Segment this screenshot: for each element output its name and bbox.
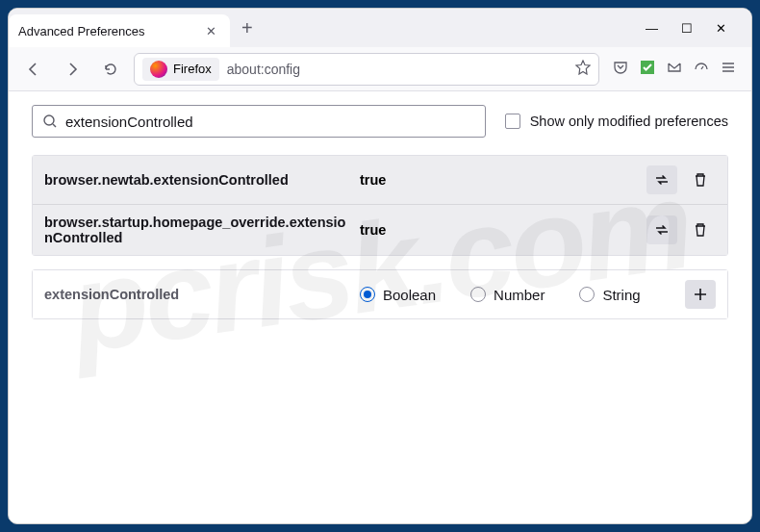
- firefox-icon: [150, 61, 167, 78]
- radio-label: Number: [494, 287, 545, 303]
- menu-icon[interactable]: [721, 60, 736, 79]
- url-text: about:config: [227, 62, 568, 77]
- search-icon: [42, 114, 58, 129]
- inbox-icon[interactable]: [667, 60, 682, 79]
- new-pref-row: extensionControlled Boolean Number Strin…: [32, 269, 728, 319]
- close-icon[interactable]: ✕: [202, 20, 220, 42]
- delete-button[interactable]: [685, 165, 716, 194]
- about-config-content: Show only modified preferences browser.n…: [9, 91, 751, 333]
- toolbar-extras: [607, 60, 742, 79]
- reload-button[interactable]: [95, 54, 126, 85]
- checkbox-label-text: Show only modified preferences: [530, 114, 728, 129]
- radio-boolean[interactable]: Boolean: [360, 287, 436, 303]
- plus-icon: [693, 287, 708, 302]
- radio-string[interactable]: String: [579, 287, 640, 303]
- tab-title: Advanced Preferences: [18, 24, 202, 38]
- toggle-button[interactable]: [646, 215, 677, 244]
- pref-row[interactable]: browser.startup.homepage_override.extens…: [33, 204, 727, 255]
- radio-icon: [360, 287, 375, 302]
- radio-label: Boolean: [383, 287, 436, 303]
- type-radio-group: Boolean Number String: [360, 287, 677, 303]
- titlebar: Advanced Preferences ✕ + — ☐ ✕: [9, 9, 751, 47]
- new-pref-name: extensionControlled: [44, 287, 352, 302]
- bookmark-star-icon[interactable]: [575, 60, 591, 79]
- svg-point-1: [44, 115, 54, 125]
- pref-name: browser.startup.homepage_override.extens…: [44, 215, 352, 245]
- toggle-icon: [654, 222, 670, 238]
- search-box[interactable]: [32, 105, 486, 138]
- radio-label: String: [602, 287, 640, 303]
- minimize-button[interactable]: —: [646, 21, 658, 36]
- search-row: Show only modified preferences: [32, 105, 728, 138]
- maximize-button[interactable]: ☐: [681, 21, 693, 36]
- search-input[interactable]: [65, 114, 475, 130]
- window-controls: — ☐ ✕: [646, 21, 744, 36]
- show-modified-checkbox[interactable]: Show only modified preferences: [505, 114, 728, 129]
- delete-button[interactable]: [685, 215, 716, 244]
- identity-box[interactable]: Firefox: [142, 58, 219, 81]
- radio-number[interactable]: Number: [470, 287, 545, 303]
- browser-window: Advanced Preferences ✕ + — ☐ ✕ Firefox a…: [8, 8, 752, 524]
- dashboard-icon[interactable]: [694, 60, 709, 79]
- pref-value: true: [360, 222, 639, 238]
- pref-value: true: [360, 172, 639, 188]
- pref-table: browser.newtab.extensionControlled true …: [32, 155, 728, 256]
- forward-button[interactable]: [57, 54, 88, 85]
- extension-icon[interactable]: [640, 60, 655, 79]
- pref-row[interactable]: browser.newtab.extensionControlled true: [33, 156, 727, 204]
- nav-toolbar: Firefox about:config: [9, 47, 751, 91]
- pref-name: browser.newtab.extensionControlled: [44, 172, 352, 188]
- close-button[interactable]: ✕: [716, 21, 726, 36]
- add-button[interactable]: [685, 280, 716, 309]
- checkbox-icon: [505, 114, 520, 129]
- radio-icon: [470, 287, 486, 302]
- new-tab-button[interactable]: +: [230, 10, 265, 47]
- identity-label: Firefox: [173, 62, 212, 76]
- urlbar[interactable]: Firefox about:config: [134, 53, 599, 86]
- radio-icon: [579, 287, 595, 302]
- trash-icon: [693, 222, 708, 238]
- toggle-button[interactable]: [646, 165, 677, 194]
- tab-active[interactable]: Advanced Preferences ✕: [9, 14, 230, 47]
- trash-icon: [693, 172, 708, 188]
- toggle-icon: [654, 172, 670, 188]
- pocket-icon[interactable]: [613, 60, 628, 79]
- back-button[interactable]: [18, 54, 49, 85]
